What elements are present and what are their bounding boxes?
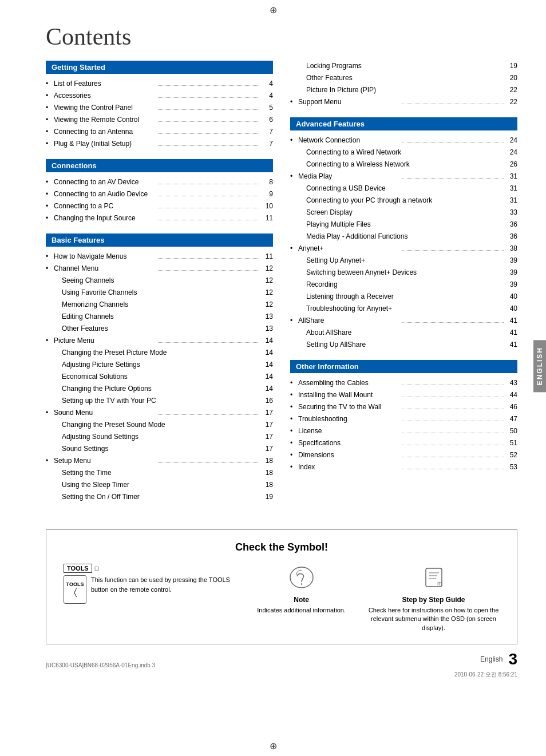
list-item: • Accessories 4 [46,90,273,101]
tools-badge: TOOLS [64,564,92,573]
item-text: Network Connection [298,135,400,145]
sub-item-text: Setting Up AllShare [306,339,506,350]
page-num: 14 [262,371,273,382]
sub-item: Adjusting Sound Settings 17 [46,432,273,442]
bullet: • [46,189,54,199]
page-num: 10 [262,201,273,211]
svg-text:m: m [437,580,442,587]
dots [158,196,260,196]
section-header-connections: Connections [46,159,273,172]
list-item: • Picture Menu 14 [46,335,273,346]
sub-item-text: Setting the Time [62,468,262,478]
dots [158,85,260,86]
dots [402,421,504,421]
bullet: • [46,407,54,418]
item-text: Index [298,462,400,472]
page-num: 13 [262,311,273,322]
list-item: • Network Connection 24 [290,135,517,145]
footer-file-info: [UC6300-USA]BN68-02956A-01Eng.indb 3 [46,662,155,668]
bullet: • [290,390,298,400]
item-text: List of Features [54,78,156,89]
page-num: 31 [506,171,517,181]
page-num: 47 [506,414,517,424]
page-num: 7 [262,126,273,137]
list-item: • Sound Menu 17 [46,407,273,418]
sub-item-text: Connecting to a Wireless Network [306,159,506,169]
sub-item-text: Editing Channels [62,311,262,322]
list-item: • AllShare 41 [290,315,517,326]
dots [158,258,260,259]
page-wrapper: ⊕ Contents Getting Started • List of Fea… [0,0,546,756]
step-guide-description: Check here for instructions on how to op… [367,606,500,632]
list-item: • Anynet+ 38 [290,243,517,254]
sub-item: About AllShare 41 [290,327,517,338]
dots [402,142,504,143]
page-num: 18 [262,468,273,478]
list-item: • Index 53 [290,462,517,472]
page-num: 12 [262,299,273,310]
sub-item-text: Setting up the TV with Your PC [62,395,262,406]
bullet: • [46,90,54,101]
bullet: • [46,78,54,89]
bullet: • [46,138,54,149]
item-text: Sound Menu [54,407,156,418]
page-num: 17 [262,444,273,454]
bullet: • [46,126,54,137]
tools-description: This function can be used by pressing th… [91,575,235,594]
page-num: 13 [262,323,273,334]
page-num: 22 [506,97,517,107]
page-num: 41 [506,339,517,350]
page-num: 39 [506,255,517,266]
dots [158,97,260,98]
sub-item-text: Economical Solutions [62,371,262,382]
sub-item: Troubleshooting for Anynet+ 40 [290,303,517,314]
sub-item: Setting the On / Off Timer 19 [46,492,273,502]
sub-item-text: Sound Settings [62,444,262,454]
sub-item: Changing the Preset Sound Mode 17 [46,419,273,430]
sub-item: Sound Settings 17 [46,444,273,454]
step-guide-label: Step by Step Guide [402,596,465,604]
sub-item-text: Other Features [306,73,506,83]
sub-item: Connecting to a Wired Network 24 [290,147,517,157]
page-num: 43 [506,378,517,388]
step-icon-wrapper: m [421,565,446,591]
page-num: 39 [506,267,517,278]
list-item: • Media Play 31 [290,171,517,181]
list-item: • Viewing the Control Panel 5 [46,102,273,113]
page-num: 51 [506,438,517,448]
tools-remote-label: TOOLS [66,581,84,587]
sub-item: Recording 39 [290,279,517,290]
dots [402,322,504,323]
page-num: 24 [506,135,517,145]
sub-item: Using Favorite Channels 12 [46,287,273,298]
sub-item-text: Other Features [62,323,262,334]
item-text: Assembling the Cables [298,378,400,388]
page-num: 52 [506,450,517,460]
item-text: Connecting to an AV Device [54,177,156,187]
page-num: 4 [262,78,273,89]
top-reg-mark: ⊕ [270,5,277,15]
item-text: Plug & Play (Initial Setup) [54,138,156,149]
page-num: 40 [506,303,517,314]
note-description: Indicates additional information. [257,606,346,615]
page-num: 16 [262,395,273,406]
page-num: 26 [506,159,517,169]
dots [402,397,504,397]
sub-item: Editing Channels 13 [46,311,273,322]
bullet: • [290,171,298,181]
list-item: • Channel Menu 12 [46,263,273,274]
item-text: Support Menu [298,97,400,107]
page-num: 11 [262,213,273,223]
sub-item-text: Playing Multiple Files [306,219,506,229]
sub-item: Other Features 13 [46,323,273,334]
footer-timestamp: 2010-06-22 오전 8:56:21 [46,671,517,679]
symbol-item-tools: TOOLS □ TOOLS 〈 This function can be use… [64,565,235,604]
item-text: Setup Menu [54,456,156,466]
symbol-box-title: Check the Symbol! [64,541,500,553]
dots [158,342,260,343]
symbol-item-step-guide: m Step by Step Guide Check here for inst… [367,565,500,632]
page-num: 41 [506,327,517,338]
sub-item: Adjusting Picture Settings 14 [46,359,273,370]
page-num: 33 [506,207,517,217]
bullet: • [46,263,54,274]
